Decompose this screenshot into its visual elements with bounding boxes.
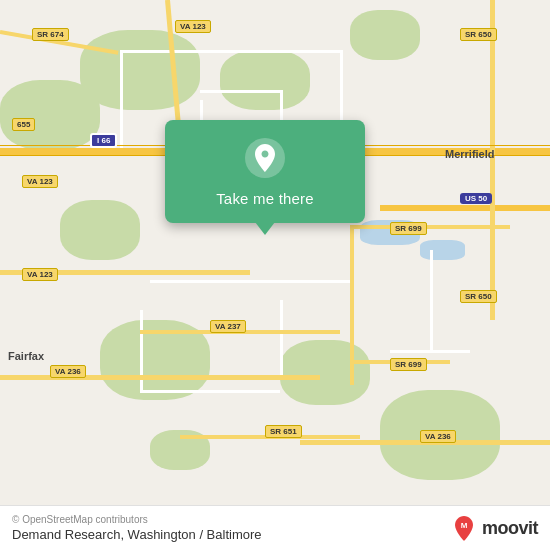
us50-shield: US 50 xyxy=(460,193,492,204)
take-me-there-button[interactable]: Take me there xyxy=(216,190,314,207)
green-area-5 xyxy=(60,200,140,260)
water-2 xyxy=(420,240,465,260)
va236-road xyxy=(0,375,320,380)
green-area-4 xyxy=(0,80,100,150)
green-area-7 xyxy=(280,340,370,405)
sr699-bot-label: SR 699 xyxy=(390,358,427,371)
local-road-5 xyxy=(280,300,283,380)
bottom-left-info: © OpenStreetMap contributors Demand Rese… xyxy=(12,514,262,542)
green-area-2 xyxy=(220,50,310,110)
location-name: Demand Research, Washington / Baltimore xyxy=(12,527,262,542)
va123-top-label: VA 123 xyxy=(175,20,211,33)
merrifield-label: Merrifield xyxy=(445,148,495,160)
local-road-7 xyxy=(140,390,280,393)
va237-label: VA 237 xyxy=(210,320,246,333)
local-road-9 xyxy=(390,350,470,353)
sr650-mid-label: SR 650 xyxy=(460,290,497,303)
svg-text:M: M xyxy=(461,521,468,530)
va236-right-label: VA 236 xyxy=(420,430,456,443)
green-area-3 xyxy=(350,10,420,60)
local-road-10 xyxy=(120,50,123,150)
moovit-logo: M moovit xyxy=(450,514,538,542)
bottom-bar: © OpenStreetMap contributors Demand Rese… xyxy=(0,505,550,550)
fairfax-label: Fairfax xyxy=(8,350,44,362)
655-label: 655 xyxy=(12,118,35,131)
location-pin-icon xyxy=(243,136,287,180)
moovit-icon: M xyxy=(450,514,478,542)
sr674-label: SR 674 xyxy=(32,28,69,41)
green-area-1 xyxy=(80,30,200,110)
local-road-4 xyxy=(150,280,350,283)
va123-bot-label: VA 123 xyxy=(22,268,58,281)
va123-mid-label: VA 123 xyxy=(22,175,58,188)
moovit-text: moovit xyxy=(482,518,538,539)
sr699-top-label: SR 699 xyxy=(390,222,427,235)
local-road-12 xyxy=(120,50,340,53)
va236-left-label: VA 236 xyxy=(50,365,86,378)
local-road-3 xyxy=(200,90,280,93)
copyright-text: © OpenStreetMap contributors xyxy=(12,514,262,525)
popup-card: Take me there xyxy=(165,120,365,223)
map-container: SR 674 VA 123 SR 650 655 I 66 VA 123 US … xyxy=(0,0,550,550)
i66-shield: I 66 xyxy=(90,133,117,148)
sr650-vert xyxy=(490,0,495,320)
local-road-8 xyxy=(430,250,433,350)
sr650-top-label: SR 650 xyxy=(460,28,497,41)
sr651-label: SR 651 xyxy=(265,425,302,438)
sr699-horiz xyxy=(350,225,510,229)
us50-road xyxy=(380,205,550,211)
